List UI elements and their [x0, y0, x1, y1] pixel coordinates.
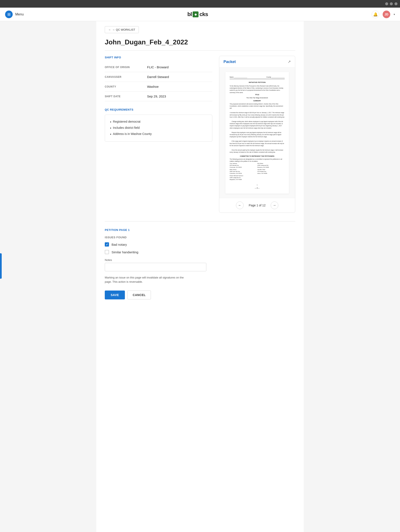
similar-handwriting-label: Similar handwriting — [111, 250, 138, 254]
list-item: Includes district field — [110, 125, 207, 131]
signer-1: Trey Jackson526 Harwell AveCincinnati, O… — [230, 163, 257, 168]
doc-signers-list: Trey Jackson526 Harwell AveCincinnati, O… — [230, 163, 285, 181]
save-button[interactable]: SAVE — [105, 291, 125, 299]
doc-main-title: INITIATIVE PETITION — [230, 81, 285, 84]
action-buttons: SAVE CANCEL — [105, 291, 295, 299]
similar-handwriting-item: Similar handwriting — [105, 250, 295, 254]
doc-intro-text: To the Attorney General of Ohio Pursuant… — [230, 85, 285, 94]
bad-notary-label: Bad notary — [111, 243, 127, 246]
back-button-label: ← QC WORKLIST — [112, 28, 135, 31]
table-row: COUNTY Washoe — [105, 82, 212, 92]
qc-item-registered-democrat: Registered democrat — [113, 120, 141, 123]
doc-name-county-row: Name ________________ County ___________… — [230, 76, 285, 79]
doc-committee-label: COMMITTEE TO REPRESENT THE PETITIONERS — [230, 155, 285, 158]
shift-date-value: Sep 29, 2023 — [147, 92, 212, 101]
user-avatar[interactable]: JD — [383, 11, 390, 18]
menu-label[interactable]: Menu — [15, 13, 24, 16]
notes-input[interactable] — [105, 263, 206, 271]
notification-bell-icon[interactable]: 🔔 — [372, 11, 379, 18]
packet-header: Packet ↗ — [219, 56, 295, 68]
two-col-layout: SHIFT INFO OFFICE OF ORIGIN FLIC - Browa… — [105, 56, 295, 213]
navbar-left: ⊞ Menu — [5, 11, 24, 18]
office-origin-value: FLIC - Broward — [147, 62, 212, 72]
packet-title: Packet — [224, 60, 236, 64]
page-title: John_Dugan_Feb_4_2022 — [105, 38, 295, 51]
prev-page-button[interactable]: ← — [236, 202, 244, 209]
doc-page-number: 1 — [230, 184, 285, 186]
doc-divider: —✦— — [230, 187, 285, 190]
canvasser-value: Darrell Steward — [147, 72, 212, 82]
qc-requirements-heading: QC REQUIREMENTS — [105, 108, 212, 111]
page-indicator: Page 1 of 12 — [249, 204, 265, 207]
navbar-right: 🔔 JD ▾ — [372, 11, 395, 18]
back-to-worklist-button[interactable]: ← ← QC WORKLIST — [105, 26, 139, 33]
qc-requirements-box: Registered democrat Includes district fi… — [105, 115, 212, 142]
logo-text-after: cks — [199, 11, 208, 18]
similar-handwriting-checkbox[interactable] — [105, 250, 109, 254]
county-value: Washoe — [147, 82, 212, 92]
packet-preview: Name ________________ County ___________… — [219, 68, 295, 198]
doc-committee-intro: The following persons are designated as … — [230, 158, 285, 163]
browser-btn-close[interactable] — [394, 2, 397, 5]
doc-summary-label: SUMMARY — [230, 100, 285, 102]
office-origin-label: OFFICE OF ORIGIN — [105, 62, 147, 72]
packet-container: Packet ↗ Name ________________ County __… — [219, 56, 295, 213]
list-item: Address is in Washoe County — [110, 131, 207, 137]
shift-info-heading: SHIFT INFO — [105, 56, 212, 59]
doc-title-label: TITLE — [230, 94, 285, 96]
navbar: ⊞ Menu bl ◆ cks 🔔 JD ▾ — [0, 8, 400, 21]
left-column: SHIFT INFO OFFICE OF ORIGIN FLIC - Browa… — [105, 56, 212, 148]
doc-county-label: County ________________ — [266, 76, 285, 78]
logo-text-before: bl — [187, 11, 192, 18]
petition-section: PETITION PAGE 1 ISSUES FOUND Bad notary … — [105, 221, 295, 299]
main-content: ← ← QC WORKLIST John_Dugan_Feb_4_2022 SH… — [96, 21, 304, 532]
bad-notary-item: Bad notary — [105, 242, 295, 247]
list-item: Registered democrat — [110, 119, 207, 125]
petition-page-heading: PETITION PAGE 1 — [105, 228, 295, 232]
signer-4: Jennifer Tobin475 Ardelia Ave.Akron, OH … — [257, 169, 285, 174]
navbar-logo: bl ◆ cks — [187, 11, 208, 18]
user-dropdown-arrow[interactable]: ▾ — [394, 13, 395, 16]
signer-5: Pastor Michael Harrison4185 Ledgeview Dr… — [230, 175, 257, 181]
right-column: Packet ↗ Name ________________ County __… — [219, 56, 295, 213]
qc-item-washoe-county: Address is in Washoe County — [113, 132, 152, 136]
notes-label: Notes — [105, 258, 295, 262]
cancel-button[interactable]: CANCEL — [127, 291, 151, 299]
next-page-button[interactable]: → — [271, 202, 278, 209]
browser-btn-max[interactable] — [390, 2, 393, 5]
signer-2: Kirk Nolen4256 Lakewood Rd.Ravenna, OH 4… — [257, 163, 285, 168]
county-label: COUNTY — [105, 82, 147, 92]
issues-found-heading: ISSUES FOUND — [105, 236, 295, 239]
qc-item-district-field: Includes district field — [113, 126, 140, 129]
bad-notary-checkbox[interactable] — [105, 242, 109, 247]
packet-document: Name ________________ County ___________… — [226, 72, 289, 194]
table-row: CANVASSER Darrell Steward — [105, 72, 212, 82]
packet-navigation: ← Page 1 of 12 → — [219, 198, 295, 213]
doc-title-content: The Ohio Fair Wage Amendment — [230, 97, 285, 99]
browser-chrome — [0, 0, 400, 8]
table-row: OFFICE OF ORIGIN FLIC - Broward — [105, 62, 212, 72]
doc-name-label: Name ________________ — [230, 76, 247, 78]
browser-btn-min[interactable] — [385, 2, 388, 5]
shift-info-table: OFFICE OF ORIGIN FLIC - Broward CANVASSE… — [105, 62, 212, 101]
qc-requirements-list: Registered democrat Includes district fi… — [110, 119, 207, 137]
warning-text: Marking an issue on this page will inval… — [105, 276, 189, 284]
side-accent — [0, 253, 2, 279]
external-link-icon[interactable]: ↗ — [288, 59, 291, 64]
table-row: SHIFT DATE Sep 29, 2023 — [105, 92, 212, 101]
menu-grid-icon[interactable]: ⊞ — [5, 11, 13, 18]
notes-section: Notes — [105, 258, 295, 271]
back-arrow-icon: ← — [108, 28, 111, 31]
shift-date-label: SHIFT DATE — [105, 92, 147, 101]
doc-summary-text: This proposed amendment will amend exist… — [230, 103, 285, 153]
canvasser-label: CANVASSER — [105, 72, 147, 82]
logo-cube-icon: ◆ — [193, 11, 199, 17]
signer-3: Molly Shuck2581 East 5th Ave.Columbus, O… — [230, 169, 257, 174]
